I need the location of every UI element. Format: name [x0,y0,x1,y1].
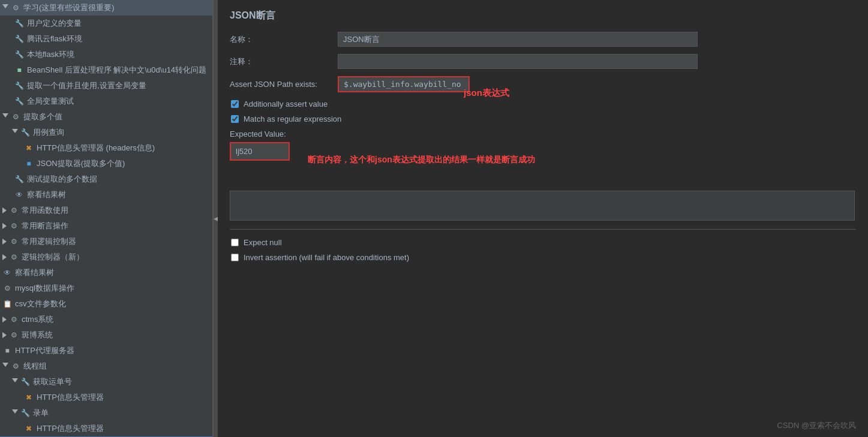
match-regex-row: Match as regular expression [230,114,856,123]
sidebar-label: 线程组 [23,361,47,372]
expect-null-label: Expect null [244,238,282,247]
watermark: CSDN @亚索不会吹风 [777,420,856,431]
http-icon: ✖ [24,143,34,153]
collapse-icon-learn [2,4,8,11]
sidebar-item-logic-new[interactable]: ⚙ 逻辑控制器（新） [0,249,212,265]
sidebar-item-mysql[interactable]: ⚙ mysql数据库操作 [0,281,212,296]
expected-value-input[interactable] [230,142,290,161]
sidebar-item-learn[interactable]: ⚙ 学习(这里有些设置很重要) [0,0,212,16]
name-row: 名称： [230,32,856,47]
sidebar-label: HTTP信息头管理器 [37,423,104,434]
sidebar-item-global-var[interactable]: 🔧 全局变量测试 [0,94,212,109]
collapse-icon [2,113,8,120]
sidebar-item-csv[interactable]: 📋 csv文件参数化 [0,296,212,312]
name-label: 名称： [230,34,338,45]
wrench-icon: 🔧 [14,34,24,44]
sidebar-item-json-extractor[interactable]: ■ JSON提取器(提取多个值) [0,156,212,171]
sidebar-item-multi-value[interactable]: ⚙ 提取多个值 [0,109,212,125]
thread-icon: ⚙ [11,361,20,371]
sidebar-item-view-tree1[interactable]: 👁 察看结果树 [0,187,212,203]
expect-null-row: Expect null [230,238,856,247]
sidebar-label: 提取多个值 [23,111,62,122]
wrench-icon: 🔧 [20,128,30,137]
collapse-icon [2,363,8,370]
collapse-icon [2,317,7,323]
sidebar-label: HTTP信息头管理器 (headers信息) [37,143,155,153]
collapse-icon [12,378,18,385]
sidebar-label: 录单 [33,408,49,418]
eye-icon: 👁 [2,268,12,278]
sidebar-label: 察看结果树 [27,189,66,200]
sidebar-label: 获取运单号 [33,376,72,387]
sidebar-item-test-multi[interactable]: 🔧 测试提取的多个数据 [0,171,212,187]
sidebar-item-http-headers2[interactable]: ✖ HTTP信息头管理器 [0,390,212,405]
sidebar-label: 察看结果树 [15,267,54,278]
sidebar-label: 用例查询 [33,127,64,138]
sidebar-item-record[interactable]: 🔧 录单 [0,405,212,421]
divider [230,229,856,230]
http-icon: ✖ [24,424,34,433]
sidebar-label: 全局变量测试 [27,96,74,107]
comment-label: 注释： [230,56,338,67]
sidebar-item-thread-group[interactable]: ⚙ 线程组 [0,358,212,374]
additionally-assert-label: Additionally assert value [244,100,328,109]
sidebar-item-view-tree2[interactable]: 👁 察看结果树 [0,265,212,281]
wrench-icon: 🔧 [14,19,24,28]
sidebar-item-http-proxy[interactable]: ■ HTTP代理服务器 [0,343,212,358]
assert-path-row: Assert JSON Path exists: [230,76,856,92]
sidebar-item-http-headers3[interactable]: ✖ HTTP信息头管理器 [0,421,212,436]
collapse-icon [12,409,18,417]
sidebar-item-ctms[interactable]: ⚙ ctms系统 [0,312,212,327]
invert-assertion-checkbox[interactable] [231,254,239,261]
sidebar-item-blog[interactable]: ⚙ 斑博系统 [0,327,212,343]
sidebar-label: 腾讯云flask环境 [27,34,82,44]
gear-icon: ⚙ [9,315,19,324]
expected-area-box[interactable] [230,191,855,221]
gear-icon: ⚙ [11,3,20,13]
collapse-icon [2,254,7,260]
collapse-icon [2,223,7,229]
sidebar-item-get-waybill[interactable]: 🔧 获取运单号 [0,374,212,390]
collapse-icon [2,207,7,213]
sidebar-item-extract-var[interactable]: 🔧 提取一个值并且使用,设置全局变量 [0,78,212,94]
additionally-assert-checkbox[interactable] [231,100,239,108]
expected-value-label: Expected Value: [230,129,856,138]
sidebar-item-use-case-query[interactable]: 🔧 用例查询 [0,125,212,140]
annotation-json-expr: json表达式 [464,88,509,99]
http-icon: ✖ [24,393,34,402]
sidebar-item-user-vars[interactable]: 🔧 用户定义的变量 [0,16,212,31]
wrench-icon: 🔧 [14,97,24,106]
sidebar-label: 提取一个值并且使用,设置全局变量 [27,80,146,91]
bean-icon: ■ [14,65,24,75]
collapse-sidebar-button[interactable]: ◀ [213,0,218,437]
wrench-icon: 🔧 [14,50,24,59]
sidebar-item-http-headers[interactable]: ✖ HTTP信息头管理器 (headers信息) [0,140,212,156]
proxy-icon: ■ [2,346,12,355]
sidebar-item-common-logic[interactable]: ⚙ 常用逻辑控制器 [0,234,212,249]
sidebar-label: mysql数据库操作 [15,283,74,294]
eye-icon: 👁 [14,190,24,200]
sidebar-label: 测试提取的多个数据 [27,174,97,185]
wrench-icon: 🔧 [14,81,24,91]
comment-input[interactable] [338,54,698,69]
sidebar-item-beanshell[interactable]: ■ BeanShell 后置处理程序 解决中文\u0d\u14转化问题 [0,62,212,78]
json-icon: ■ [24,159,34,168]
sidebar-label: csv文件参数化 [15,299,66,309]
sidebar-item-local-flask[interactable]: 🔧 本地flask环境 [0,47,212,62]
expect-null-checkbox[interactable] [231,239,239,246]
sidebar-label: 常用函数使用 [22,205,68,216]
sidebar-item-tencent[interactable]: 🔧 腾讯云flask环境 [0,31,212,47]
collapse-icon [12,129,18,136]
gear-icon: ⚙ [9,330,19,340]
sidebar-label: HTTP信息头管理器 [37,392,104,403]
sidebar-item-common-func[interactable]: ⚙ 常用函数使用 [0,203,212,218]
main-panel: JSON断言 名称： 注释： Assert JSON Path exists: … [218,0,868,437]
name-input[interactable] [338,32,698,47]
sidebar-item-common-assert[interactable]: ⚙ 常用断言操作 [0,218,212,234]
collapse-icon [2,332,7,338]
additionally-assert-row: Additionally assert value [230,100,856,109]
collapse-icon [2,239,7,245]
gear-icon: ⚙ [9,206,19,215]
match-regex-checkbox[interactable] [231,115,239,123]
assert-path-input[interactable] [338,76,470,92]
